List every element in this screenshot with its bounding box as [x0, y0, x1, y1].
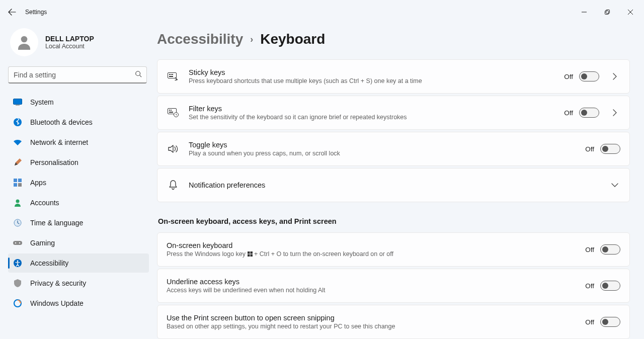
- close-icon: [628, 10, 633, 15]
- close-button[interactable]: [619, 4, 642, 20]
- toggle-switch[interactable]: [600, 144, 620, 154]
- sidebar-item-apps[interactable]: Apps: [8, 173, 149, 192]
- minimize-button[interactable]: [573, 4, 596, 20]
- bell-icon: [168, 180, 179, 190]
- sidebar-item-label: Apps: [30, 179, 46, 187]
- svg-rect-26: [171, 110, 172, 111]
- svg-rect-21: [171, 74, 172, 75]
- sound-icon: [168, 145, 179, 153]
- search-wrap: [8, 66, 147, 83]
- svg-rect-7: [14, 179, 17, 182]
- sidebar: DELL LAPTOP Local Account System Bluetoo…: [0, 24, 151, 339]
- sidebar-item-label: Privacy & security: [30, 279, 86, 287]
- setting-filter-keys[interactable]: Filter keys Set the sensitivity of the k…: [157, 96, 630, 130]
- svg-rect-29: [248, 251, 250, 254]
- paintbrush-icon: [13, 158, 22, 167]
- person-icon: [13, 198, 22, 207]
- setting-notification-prefs[interactable]: Notification preferences: [157, 168, 630, 202]
- back-button[interactable]: [2, 2, 22, 22]
- toggle-state: Off: [585, 246, 594, 253]
- setting-title: Use the Print screen button to open scre…: [167, 314, 575, 322]
- svg-rect-27: [169, 112, 173, 113]
- sidebar-item-privacy[interactable]: Privacy & security: [8, 274, 149, 293]
- setting-sticky-keys[interactable]: Sticky keys Press keyboard shortcuts tha…: [157, 59, 630, 94]
- breadcrumb-parent[interactable]: Accessibility: [157, 31, 243, 47]
- toggle-switch[interactable]: [600, 244, 620, 255]
- svg-point-2: [21, 36, 28, 43]
- breadcrumb: Accessibility › Keyboard: [157, 31, 630, 47]
- svg-point-17: [17, 261, 19, 262]
- app-title: Settings: [25, 9, 47, 16]
- setting-sub: Set the sensitivity of the keyboard so i…: [189, 114, 554, 121]
- svg-rect-13: [13, 241, 22, 245]
- arrow-left-icon: [8, 8, 16, 16]
- setting-title: Filter keys: [189, 105, 554, 113]
- sidebar-item-system[interactable]: System: [8, 93, 149, 112]
- sidebar-item-label: Network & internet: [30, 138, 88, 146]
- accessibility-icon: [13, 259, 22, 268]
- sidebar-item-accessibility[interactable]: Accessibility: [8, 253, 149, 273]
- chevron-right-icon[interactable]: [609, 109, 620, 116]
- maximize-button[interactable]: [596, 4, 619, 20]
- svg-point-14: [15, 242, 16, 243]
- minimize-icon: [582, 10, 587, 15]
- setting-title: Toggle keys: [189, 141, 575, 149]
- setting-underline-access-keys[interactable]: Underline access keys Access keys will b…: [157, 269, 630, 303]
- svg-rect-19: [168, 73, 177, 78]
- svg-rect-4: [14, 99, 22, 105]
- apps-icon: [13, 178, 22, 187]
- sidebar-item-bluetooth[interactable]: Bluetooth & devices: [8, 113, 149, 132]
- search-icon: [135, 70, 142, 79]
- toggle-switch[interactable]: [579, 108, 599, 118]
- chevron-right-icon: ›: [250, 34, 253, 45]
- bluetooth-icon: [13, 118, 22, 127]
- toggle-switch[interactable]: [600, 317, 620, 327]
- toggle-state: Off: [585, 282, 594, 290]
- shield-icon: [13, 279, 22, 288]
- setting-sub: Press keyboard shortcuts that use multip…: [189, 77, 554, 84]
- chevron-down-icon[interactable]: [609, 183, 620, 188]
- profile-block[interactable]: DELL LAPTOP Local Account: [8, 24, 149, 66]
- sidebar-item-label: Bluetooth & devices: [30, 118, 93, 126]
- sidebar-item-time[interactable]: Time & language: [8, 213, 149, 232]
- sidebar-item-label: Accessibility: [30, 259, 68, 267]
- svg-rect-22: [172, 74, 173, 75]
- wifi-icon: [13, 138, 22, 147]
- setting-print-screen[interactable]: Use the Print screen button to open scre…: [157, 305, 630, 339]
- sidebar-item-label: Windows Update: [30, 299, 84, 307]
- setting-toggle-keys[interactable]: Toggle keys Play a sound when you press …: [157, 132, 630, 166]
- toggle-state: Off: [585, 318, 594, 326]
- sidebar-item-personalisation[interactable]: Personalisation: [8, 153, 149, 172]
- setting-title: Underline access keys: [167, 278, 575, 286]
- setting-title: On-screen keyboard: [167, 241, 575, 249]
- window-controls: [573, 4, 642, 20]
- sidebar-item-gaming[interactable]: Gaming: [8, 233, 149, 252]
- windows-logo-icon: [248, 251, 253, 257]
- sidebar-item-label: Personalisation: [30, 158, 78, 166]
- setting-title: Sticky keys: [189, 68, 554, 76]
- svg-rect-23: [169, 76, 173, 77]
- svg-rect-0: [605, 11, 609, 15]
- sidebar-item-accounts[interactable]: Accounts: [8, 193, 149, 212]
- toggle-switch[interactable]: [600, 281, 620, 291]
- sidebar-item-update[interactable]: Windows Update: [8, 294, 149, 313]
- svg-point-3: [136, 71, 140, 76]
- nav: System Bluetooth & devices Network & int…: [8, 93, 149, 313]
- setting-sub: Access keys will be underlined even when…: [167, 287, 575, 294]
- chevron-right-icon[interactable]: [609, 73, 620, 80]
- setting-sub: Based on other app settings, you might n…: [167, 323, 575, 330]
- search-input[interactable]: [8, 66, 147, 83]
- svg-point-15: [19, 242, 20, 243]
- svg-rect-1: [606, 10, 610, 14]
- sidebar-item-network[interactable]: Network & internet: [8, 133, 149, 152]
- profile-sub: Local Account: [45, 43, 94, 50]
- setting-sub: Press the Windows logo key + Ctrl + O to…: [167, 250, 575, 258]
- sidebar-item-label: System: [30, 98, 54, 106]
- setting-onscreen-keyboard[interactable]: On-screen keyboard Press the Windows log…: [157, 232, 630, 267]
- toggle-switch[interactable]: [579, 71, 599, 81]
- sidebar-item-label: Gaming: [30, 239, 55, 247]
- person-icon: [15, 33, 33, 51]
- svg-rect-8: [18, 179, 22, 182]
- svg-rect-31: [248, 254, 250, 257]
- page-title: Keyboard: [260, 31, 325, 47]
